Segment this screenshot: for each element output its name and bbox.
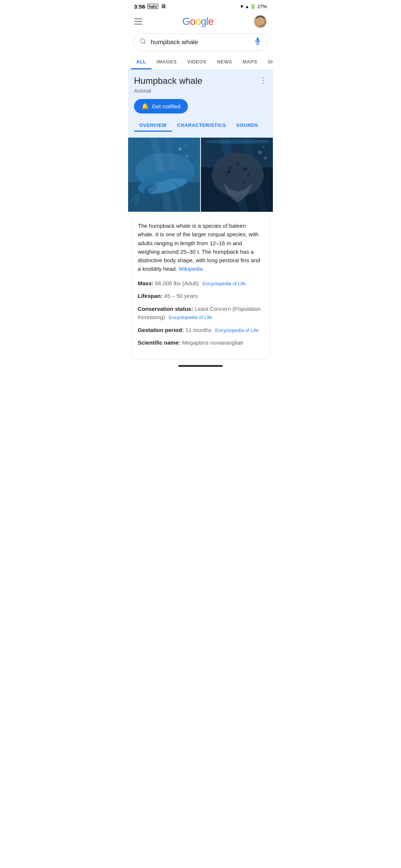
menu-button[interactable] xyxy=(134,19,142,24)
hamburger-line xyxy=(134,21,142,22)
svg-point-20 xyxy=(229,165,232,169)
info-description: The humpback whale is a species of balee… xyxy=(138,221,263,273)
mass-label: Mass: xyxy=(138,280,154,286)
svg-point-26 xyxy=(242,181,245,184)
svg-point-13 xyxy=(186,155,188,157)
battery-percent: 27% xyxy=(257,4,267,9)
tab-videos[interactable]: VIDEOS xyxy=(182,55,212,69)
svg-point-25 xyxy=(231,179,234,181)
lifespan-label: Lifespan: xyxy=(138,293,163,299)
info-row-conservation: Conservation status: Least Concern (Popu… xyxy=(138,305,263,322)
search-bar[interactable] xyxy=(133,33,268,51)
wikipedia-link[interactable]: Wikipedia xyxy=(179,266,203,272)
info-row-scientific: Scientific name: Megaptera novaeangliae xyxy=(138,339,263,347)
info-row-gestation: Gestation period: 11 months Encyclopedia… xyxy=(138,326,263,335)
gestation-source-link[interactable]: Encyclopedia of Life xyxy=(215,328,258,333)
home-indicator[interactable] xyxy=(178,365,223,367)
status-left: 3:56 halo 🖥 xyxy=(134,3,166,10)
gestation-label: Gestation period: xyxy=(138,327,184,333)
knowledge-panel: Humpback whale ⋮ Animal 🔔 Get notified O… xyxy=(128,70,273,138)
section-tab-characteristics[interactable]: CHARACTERISTICS xyxy=(172,119,231,132)
get-notified-button[interactable]: 🔔 Get notified xyxy=(134,99,188,114)
svg-point-29 xyxy=(228,170,228,171)
svg-point-31 xyxy=(258,151,262,154)
screen-icon: 🖥 xyxy=(160,3,166,10)
get-notified-label: Get notified xyxy=(152,103,180,109)
scientific-label: Scientific name: xyxy=(138,339,180,346)
more-options-button[interactable]: ⋮ xyxy=(260,76,267,85)
tab-images[interactable]: IMAGES xyxy=(151,55,182,69)
avatar[interactable] xyxy=(254,15,267,28)
logo-e: e xyxy=(208,16,214,27)
svg-point-12 xyxy=(178,147,181,150)
tab-maps[interactable]: MAPS xyxy=(237,55,263,69)
section-tabs: OVERVIEW CHARACTERISTICS SOUNDS VIDEOS xyxy=(134,119,267,132)
section-tab-overview[interactable]: OVERVIEW xyxy=(134,119,172,132)
hamburger-line xyxy=(134,24,142,24)
logo-g2: g xyxy=(201,16,206,27)
halo-icon: halo xyxy=(147,4,158,9)
whale-image-1[interactable] xyxy=(128,138,200,212)
logo-o2: o xyxy=(195,16,201,27)
mic-icon[interactable] xyxy=(254,37,261,47)
svg-line-1 xyxy=(144,42,145,43)
status-bar: 3:56 halo 🖥 ▼ ▴ 🔋 27% xyxy=(128,0,273,11)
svg-point-33 xyxy=(264,157,267,160)
tab-shop[interactable]: SHOP xyxy=(263,55,273,69)
hamburger-line xyxy=(134,19,142,19)
info-box: The humpback whale is a species of balee… xyxy=(132,215,269,358)
svg-point-14 xyxy=(185,144,186,146)
kp-subtitle: Animal xyxy=(134,88,267,94)
svg-point-21 xyxy=(237,162,239,165)
search-input[interactable] xyxy=(151,39,250,46)
conservation-source-link[interactable]: Encyclopedia of Life xyxy=(169,315,212,320)
status-right: ▼ ▴ 🔋 27% xyxy=(239,3,267,9)
svg-point-19 xyxy=(212,152,264,197)
status-time: 3:56 xyxy=(134,3,145,10)
wifi-icon: ▼ xyxy=(239,4,244,9)
mass-value-text: 66,000 lbs (Adult) xyxy=(155,280,199,286)
logo-g: G xyxy=(182,16,190,27)
svg-point-24 xyxy=(247,173,251,177)
tab-news[interactable]: NEWS xyxy=(212,55,237,69)
search-icon xyxy=(140,38,146,46)
info-row-lifespan: Lifespan: 45 – 50 years xyxy=(138,292,263,300)
svg-point-22 xyxy=(243,167,247,171)
avatar-face xyxy=(256,17,264,25)
svg-point-30 xyxy=(205,139,271,144)
mass-source-link[interactable]: Encyclopedia of Life xyxy=(202,281,245,286)
bell-icon: 🔔 xyxy=(141,103,149,110)
google-logo: Google xyxy=(182,16,213,27)
kp-title: Humpback whale xyxy=(134,76,202,86)
tab-all[interactable]: ALL xyxy=(131,55,151,69)
whale-images-row xyxy=(128,138,273,212)
logo-o1: o xyxy=(190,16,196,27)
svg-point-32 xyxy=(263,146,265,148)
info-row-mass: Mass: 66,000 lbs (Adult) Encyclopedia of… xyxy=(138,279,263,288)
whale-image-2[interactable] xyxy=(201,138,273,212)
battery-icon: 🔋 xyxy=(250,4,256,9)
signal-icon: ▴ xyxy=(246,3,248,9)
header: Google xyxy=(128,11,273,32)
avatar-image xyxy=(254,15,266,28)
search-tabs: ALL IMAGES VIDEOS NEWS MAPS SHOP xyxy=(128,55,273,70)
svg-point-23 xyxy=(225,173,228,176)
section-tab-sounds[interactable]: SOUNDS xyxy=(231,119,264,132)
section-tab-videos[interactable]: VIDEOS xyxy=(263,119,267,132)
bottom-indicator xyxy=(128,361,273,369)
kp-header: Humpback whale ⋮ xyxy=(134,76,267,86)
conservation-label: Conservation status: xyxy=(138,306,193,312)
